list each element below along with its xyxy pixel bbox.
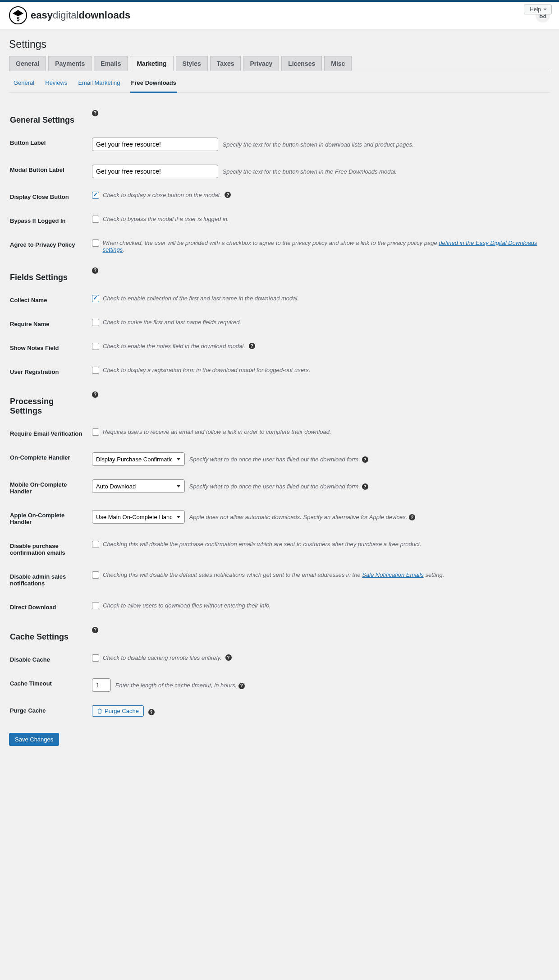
tab-misc[interactable]: Misc bbox=[324, 56, 352, 71]
require-name-checkbox[interactable] bbox=[92, 319, 99, 326]
bypass-logged-desc: Check to bypass the modal if a user is l… bbox=[103, 216, 229, 222]
tab-taxes[interactable]: Taxes bbox=[210, 56, 241, 71]
label-notes-field: Show Notes Field bbox=[10, 336, 91, 359]
header-bar: $ easydigitaldownloads Help bbox=[0, 2, 559, 29]
cache-timeout-desc: Enter the length of the cache timeout, i… bbox=[115, 682, 237, 689]
help-icon[interactable]: ? bbox=[249, 343, 255, 349]
tab-general[interactable]: General bbox=[9, 56, 46, 71]
label-button-label: Button Label bbox=[10, 131, 91, 157]
help-button[interactable]: Help bbox=[524, 5, 552, 14]
help-icon[interactable]: ? bbox=[238, 683, 245, 689]
label-collect-name: Collect Name bbox=[10, 289, 91, 312]
button-label-desc: Specify the text for the button shown in… bbox=[223, 141, 414, 148]
label-modal-button-label: Modal Button Label bbox=[10, 158, 91, 184]
section-fields: Fields Settings bbox=[10, 273, 68, 282]
label-require-email: Require Email Verification bbox=[10, 422, 91, 445]
label-disable-purchase-email: Disable purchase confirmation emails bbox=[10, 534, 91, 564]
tab-styles[interactable]: Styles bbox=[176, 56, 208, 71]
page-title: Settings bbox=[9, 38, 550, 51]
logo-icon: $ bbox=[9, 6, 27, 24]
tab-privacy[interactable]: Privacy bbox=[243, 56, 279, 71]
disable-cache-desc: Check to disable caching remote files en… bbox=[103, 654, 222, 661]
collect-name-checkbox[interactable] bbox=[92, 295, 99, 302]
user-reg-desc: Check to display a registration form in … bbox=[103, 367, 310, 373]
help-icon[interactable]: ? bbox=[92, 627, 98, 633]
collect-name-desc: Check to enable collection of the first … bbox=[103, 295, 299, 302]
help-icon[interactable]: ? bbox=[92, 110, 98, 116]
modal-button-label-desc: Specify the text for the button shown in… bbox=[223, 168, 397, 175]
sub-tabs: General Reviews Email Marketing Free Dow… bbox=[9, 71, 550, 93]
help-icon[interactable]: ? bbox=[92, 391, 98, 398]
tab-marketing[interactable]: Marketing bbox=[130, 56, 173, 71]
primary-tabs: General Payments Emails Marketing Styles… bbox=[9, 56, 550, 71]
subtab-free-downloads[interactable]: Free Downloads bbox=[130, 77, 177, 93]
disable-admin-notif-desc: Checking this will disable the default s… bbox=[103, 571, 444, 578]
bypass-logged-checkbox[interactable] bbox=[92, 216, 99, 223]
help-icon[interactable]: ? bbox=[362, 483, 368, 490]
mobile-on-complete-desc: Specify what to do once the user has fil… bbox=[189, 483, 360, 490]
disable-purchase-email-checkbox[interactable] bbox=[92, 541, 99, 548]
label-on-complete: On-Complete Handler bbox=[10, 446, 91, 472]
label-purge-cache: Purge Cache bbox=[10, 699, 91, 723]
label-agree-privacy: Agree to Privacy Policy bbox=[10, 233, 91, 259]
agree-privacy-desc: When checked, the user will be provided … bbox=[103, 239, 545, 253]
subtab-email-marketing[interactable]: Email Marketing bbox=[77, 77, 121, 92]
svg-text:$: $ bbox=[17, 16, 20, 22]
cache-timeout-input[interactable] bbox=[92, 678, 111, 692]
logo-text: easydigitaldownloads bbox=[31, 9, 130, 21]
display-close-checkbox[interactable] bbox=[92, 192, 99, 199]
help-icon[interactable]: ? bbox=[409, 514, 415, 520]
save-changes-button[interactable]: Save Changes bbox=[9, 733, 59, 746]
apple-on-complete-select[interactable]: Use Main On-Complete Handler bbox=[92, 510, 185, 524]
disable-purchase-email-desc: Checking this will disable the purchase … bbox=[103, 541, 422, 548]
require-email-checkbox[interactable] bbox=[92, 428, 99, 436]
direct-download-desc: Check to allow users to download files w… bbox=[103, 602, 271, 609]
chevron-down-icon bbox=[543, 9, 547, 10]
subtab-reviews[interactable]: Reviews bbox=[44, 77, 68, 92]
label-disable-admin-notif: Disable admin sales notifications bbox=[10, 565, 91, 595]
purge-cache-button[interactable]: Purge Cache bbox=[92, 705, 144, 717]
sale-notification-link[interactable]: Sale Notification Emails bbox=[362, 571, 424, 578]
help-icon[interactable]: ? bbox=[225, 654, 232, 661]
trash-icon bbox=[97, 709, 102, 714]
section-general: General Settings bbox=[10, 115, 74, 124]
label-direct-download: Direct Download bbox=[10, 596, 91, 619]
disable-admin-notif-checkbox[interactable] bbox=[92, 571, 99, 579]
agree-privacy-checkbox[interactable] bbox=[92, 239, 99, 247]
help-label: Help bbox=[530, 6, 541, 13]
tab-emails[interactable]: Emails bbox=[94, 56, 128, 71]
disable-cache-checkbox[interactable] bbox=[92, 654, 99, 662]
help-icon[interactable]: ? bbox=[148, 709, 155, 715]
on-complete-desc: Specify what to do once the user has fil… bbox=[189, 456, 360, 463]
label-cache-timeout: Cache Timeout bbox=[10, 672, 91, 698]
label-require-name: Require Name bbox=[10, 313, 91, 336]
modal-button-label-input[interactable] bbox=[92, 165, 218, 178]
tab-licenses[interactable]: Licenses bbox=[281, 56, 322, 71]
label-mobile-on-complete: Mobile On-Complete Handler bbox=[10, 473, 91, 503]
require-email-desc: Requires users to receive an email and f… bbox=[103, 428, 331, 435]
label-bypass-logged: Bypass If Logged In bbox=[10, 209, 91, 232]
on-complete-select[interactable]: Display Purchase Confirmation bbox=[92, 452, 185, 466]
label-apple-on-complete: Apple On-Complete Handler bbox=[10, 504, 91, 534]
display-close-desc: Check to display a close button on the m… bbox=[103, 192, 221, 198]
mobile-on-complete-select[interactable]: Auto Download bbox=[92, 479, 185, 493]
notes-field-desc: Check to enable the notes field in the d… bbox=[103, 343, 245, 350]
label-user-reg: User Registration bbox=[10, 360, 91, 383]
label-disable-cache: Disable Cache bbox=[10, 648, 91, 671]
section-processing: Processing Settings bbox=[10, 397, 54, 415]
require-name-desc: Check to make the first and last name fi… bbox=[103, 319, 241, 326]
help-icon[interactable]: ? bbox=[362, 456, 368, 463]
tab-payments[interactable]: Payments bbox=[48, 56, 92, 71]
help-icon[interactable]: ? bbox=[225, 192, 231, 198]
label-display-close: Display Close Button bbox=[10, 185, 91, 208]
button-label-input[interactable] bbox=[92, 138, 218, 151]
subtab-general[interactable]: General bbox=[13, 77, 35, 92]
apple-on-complete-desc: Apple does not allow automatic downloads… bbox=[189, 514, 415, 520]
notes-field-checkbox[interactable] bbox=[92, 343, 99, 350]
help-icon[interactable]: ? bbox=[92, 267, 98, 274]
logo: $ easydigitaldownloads bbox=[9, 6, 130, 24]
section-cache: Cache Settings bbox=[10, 632, 69, 641]
user-reg-checkbox[interactable] bbox=[92, 367, 99, 374]
direct-download-checkbox[interactable] bbox=[92, 602, 99, 609]
